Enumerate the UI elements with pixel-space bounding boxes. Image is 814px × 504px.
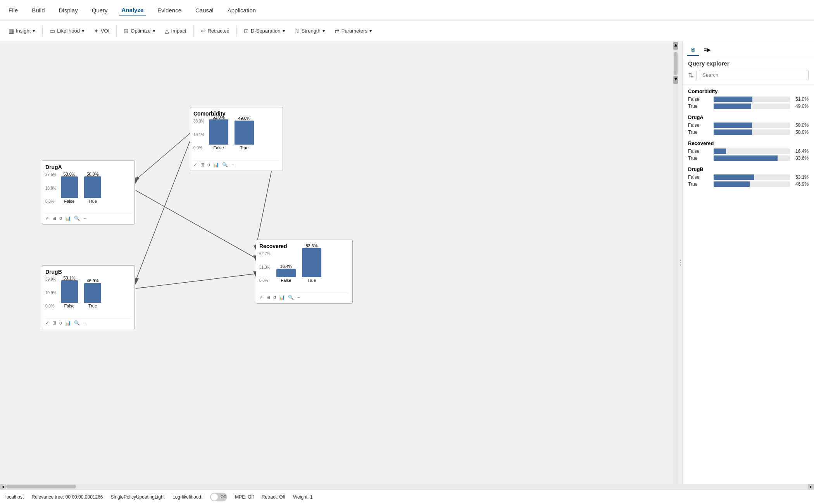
recovered-minus[interactable]: −	[297, 295, 300, 300]
likelihood-label: Likelihood	[57, 28, 80, 34]
parameters-arrow: ▾	[369, 28, 372, 34]
likelihood-button[interactable]: ▭ Likelihood ▾	[46, 26, 88, 36]
panel-recovered-true-row: True 83.6%	[688, 155, 809, 161]
insight-button[interactable]: ▦ Insight ▾	[5, 26, 39, 36]
menu-display[interactable]: Display	[57, 5, 80, 15]
canvas-vertical-scrollbar[interactable]: ▲ ▼	[673, 41, 678, 484]
menu-analyze[interactable]: Analyze	[119, 5, 146, 16]
status-policy: SinglePolicyUpdatingLight	[111, 494, 165, 500]
scroll-right-arrow[interactable]: ►	[808, 484, 814, 489]
resize-dots	[680, 260, 681, 266]
comorbidity-search[interactable]: 🔍	[222, 162, 228, 167]
comorbidity-chart[interactable]: 📊	[213, 162, 219, 167]
right-panel: 🖥 ≡▶ Query explorer ⇅ Comorbidity	[682, 41, 814, 484]
panel-search-input[interactable]	[699, 70, 809, 80]
search-sep	[696, 71, 697, 79]
drugb-chart[interactable]: 📊	[65, 320, 71, 326]
scroll-left-arrow[interactable]: ◄	[0, 484, 6, 489]
optimize-button[interactable]: ⊞ Optimize ▾	[120, 26, 159, 36]
druga-toolbar: ✓ ⊞ σ 📊 🔍 −	[45, 214, 131, 221]
menu-file[interactable]: File	[6, 5, 20, 15]
druga-true-bar-panel	[714, 129, 790, 135]
dseparation-button[interactable]: ⊡ D-Separation ▾	[240, 26, 289, 36]
comorbidity-check[interactable]: ✓	[193, 162, 197, 167]
panel-drugb-title: DrugB	[688, 166, 809, 172]
druga-search[interactable]: 🔍	[74, 216, 80, 221]
panel-tab-query[interactable]: 🖥	[687, 44, 699, 56]
druga-minus[interactable]: −	[83, 216, 86, 221]
filter-icon[interactable]: ⇅	[688, 71, 694, 79]
drugb-search[interactable]: 🔍	[74, 320, 80, 326]
impact-label: Impact	[171, 28, 186, 34]
parameters-button[interactable]: ⇄ Parameters ▾	[331, 26, 376, 36]
menu-query[interactable]: Query	[90, 5, 110, 15]
voi-button[interactable]: ✦ VOI	[90, 26, 113, 36]
svg-line-4	[136, 274, 256, 288]
drugb-true-bar-panel	[714, 181, 790, 187]
status-mpe: MPE: Off	[235, 494, 254, 500]
comorbidity-sigma[interactable]: σ	[207, 162, 210, 167]
list-icon: ≡▶	[704, 47, 711, 53]
panel-comorbidity-title: Comorbidity	[688, 88, 809, 94]
recovered-chart[interactable]: 📊	[279, 295, 285, 300]
drugb-sigma[interactable]: σ	[59, 320, 62, 326]
log-likelihood-toggle[interactable]: Off	[210, 493, 227, 501]
recovered-toolbar: ✓ ⊞ σ 📊 🔍 −	[259, 293, 349, 300]
panel-recovered-title: Recovered	[688, 140, 809, 146]
menu-evidence[interactable]: Evidence	[155, 5, 184, 15]
druga-check[interactable]: ✓	[45, 216, 49, 221]
comorbidity-minus[interactable]: −	[231, 162, 234, 167]
voi-label: VOI	[101, 28, 109, 34]
sep-4	[236, 25, 237, 37]
svg-line-0	[136, 133, 190, 180]
status-host: localhost	[5, 494, 24, 500]
menu-causal[interactable]: Causal	[193, 5, 216, 15]
panel-tab-list[interactable]: ≡▶	[700, 44, 714, 56]
canvas-area[interactable]: Comorbidity 38.3% 19.1% 0.0% 51.0% False	[0, 41, 673, 484]
retracted-button[interactable]: ↩ Retracted	[197, 26, 233, 36]
druga-sigma[interactable]: σ	[59, 216, 62, 221]
strength-button[interactable]: ≋ Strength ▾	[291, 26, 329, 36]
voi-icon: ✦	[94, 28, 99, 35]
status-weight: Weight: 1	[293, 494, 312, 500]
panel-recovered-false-row: False 16.4%	[688, 148, 809, 154]
dseparation-arrow: ▾	[283, 28, 285, 34]
insight-icon: ▦	[9, 28, 14, 35]
recovered-sigma[interactable]: σ	[273, 295, 276, 300]
main-layout: Comorbidity 38.3% 19.1% 0.0% 51.0% False	[0, 41, 814, 489]
scroll-thumb-vertical[interactable]	[674, 52, 678, 75]
recovered-false-bar	[276, 269, 296, 277]
drugb-grid[interactable]: ⊞	[52, 320, 56, 326]
impact-button[interactable]: △ Impact	[161, 26, 190, 36]
comorbidity-grid[interactable]: ⊞	[200, 162, 204, 167]
drugb-node: DrugB 39.9% 19.9% 0.0% 53.1% False	[42, 265, 135, 329]
druga-node: DrugA 37.5% 18.8% 0.0% 50.0% False	[42, 161, 135, 224]
recovered-check[interactable]: ✓	[259, 295, 263, 300]
druga-grid[interactable]: ⊞	[52, 216, 56, 221]
drugb-true-bar	[84, 283, 101, 303]
scroll-up-arrow[interactable]: ▲	[673, 42, 678, 50]
status-relevance: Relevance tree: 00:00:00.0001266	[31, 494, 103, 500]
menu-application[interactable]: Application	[225, 5, 258, 15]
panel-resize-handle[interactable]	[678, 41, 682, 484]
scroll-thumb-horizontal[interactable]	[6, 485, 76, 488]
drugb-minus[interactable]: −	[83, 320, 86, 326]
menu-build[interactable]: Build	[29, 5, 47, 15]
recovered-grid[interactable]: ⊞	[266, 295, 270, 300]
panel-section-recovered: Recovered False 16.4% True	[688, 140, 809, 161]
recovered-search[interactable]: 🔍	[288, 295, 294, 300]
strength-label: Strength	[302, 28, 321, 34]
druga-false-bar-panel	[714, 123, 790, 128]
panel-title: Query explorer	[683, 56, 814, 70]
toggle-knob	[211, 494, 218, 501]
insight-arrow: ▾	[33, 28, 35, 34]
scroll-down-arrow[interactable]: ▼	[673, 76, 678, 84]
canvas-horizontal-scrollbar[interactable]: ◄ ►	[0, 484, 814, 489]
canvas-inner: Comorbidity 38.3% 19.1% 0.0% 51.0% False	[0, 41, 814, 484]
panel-druga-title: DrugA	[688, 114, 809, 120]
panel-druga-false-row: False 50.0%	[688, 123, 809, 128]
druga-chart[interactable]: 📊	[65, 216, 71, 221]
sep-3	[193, 25, 194, 37]
drugb-check[interactable]: ✓	[45, 320, 49, 326]
likelihood-icon: ▭	[50, 28, 55, 35]
